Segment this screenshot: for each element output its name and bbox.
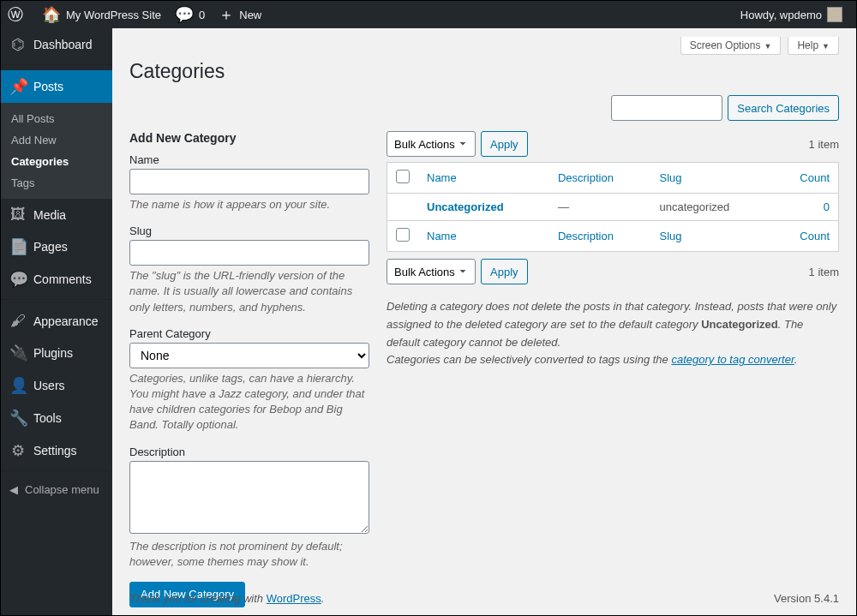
account-menu[interactable]: Howdy, wpdemo: [734, 1, 849, 28]
sidebar-item-pages[interactable]: 📄Pages: [1, 230, 112, 263]
comment-count: 0: [199, 9, 205, 21]
sidebar-item-tools[interactable]: 🔧Tools: [1, 402, 112, 434]
select-all-checkbox-bottom[interactable]: [396, 228, 410, 242]
sidebar-item-comments[interactable]: 💬Comments: [1, 263, 112, 296]
screen-options-tab[interactable]: Screen Options▼: [680, 37, 782, 55]
admin-toolbar: ⓦ 🏠My WordPress Site 💬0 ＋New Howdy, wpde…: [1, 1, 856, 28]
plugin-icon: 🔌: [9, 344, 27, 362]
comment-icon: 💬: [9, 270, 27, 289]
comment-icon: 💬: [175, 5, 194, 24]
bulk-actions-select-bottom[interactable]: Bulk Actions: [387, 259, 476, 284]
add-category-heading: Add New Category: [129, 131, 369, 145]
submenu-all-posts[interactable]: All Posts: [1, 108, 112, 129]
name-field[interactable]: [129, 169, 369, 194]
sidebar-item-label: Tools: [33, 411, 62, 425]
chevron-down-icon: ▼: [822, 42, 830, 51]
parent-hint: Categories, unlike tags, can have a hier…: [129, 371, 369, 434]
sidebar-item-label: Media: [33, 208, 66, 222]
site-title: My WordPress Site: [66, 9, 161, 21]
bulk-actions-select-top[interactable]: Bulk Actions: [387, 131, 476, 157]
dashboard-icon: ⌬: [9, 35, 27, 54]
select-all-checkbox-top[interactable]: [396, 170, 410, 183]
sidebar-item-plugins[interactable]: 🔌Plugins: [1, 337, 112, 369]
bulk-apply-button-top[interactable]: Apply: [481, 131, 528, 157]
row-description: —: [549, 194, 651, 221]
categories-table: Name Description Slug Count Uncategorize…: [387, 162, 839, 252]
site-name-menu[interactable]: 🏠My WordPress Site: [35, 1, 168, 28]
row-count-link[interactable]: 0: [824, 200, 830, 213]
admin-footer: Thank you for creating with WordPress. V…: [112, 582, 856, 615]
sidebar-item-media[interactable]: 🖼Media: [1, 199, 112, 230]
column-slug-header[interactable]: Slug: [651, 163, 773, 194]
sidebar-item-settings[interactable]: ⚙Settings: [1, 434, 112, 467]
help-tab[interactable]: Help▼: [788, 37, 839, 55]
new-content-menu[interactable]: ＋New: [212, 1, 268, 28]
submenu-tags[interactable]: Tags: [1, 172, 112, 194]
collapse-icon: ◀: [9, 483, 18, 496]
item-count-bottom: 1 item: [809, 266, 839, 278]
name-field-label: Name: [129, 153, 369, 166]
name-hint: The name is how it appears on your site.: [129, 197, 369, 212]
column-description-footer[interactable]: Description: [549, 221, 651, 252]
main-content: Screen Options▼ Help▼ Categories Search …: [112, 28, 856, 615]
wrench-icon: 🔧: [9, 409, 27, 428]
bulk-apply-button-bottom[interactable]: Apply: [481, 259, 528, 284]
new-label: New: [239, 9, 261, 21]
parent-category-select[interactable]: None: [129, 343, 369, 368]
plus-icon: ＋: [219, 4, 234, 25]
admin-sidebar: ⌬Dashboard 📌Posts All Posts Add New Cate…: [1, 28, 112, 615]
slug-hint: The "slug" is the URL-friendly version o…: [129, 268, 369, 315]
gear-icon: ⚙: [9, 441, 27, 460]
sidebar-item-label: Pages: [33, 240, 68, 254]
column-slug-footer[interactable]: Slug: [651, 221, 773, 252]
column-name-header[interactable]: Name: [418, 163, 549, 194]
sidebar-item-dashboard[interactable]: ⌬Dashboard: [1, 28, 112, 61]
wordpress-icon: ⓦ: [8, 4, 23, 25]
sidebar-item-label: Appearance: [33, 314, 99, 328]
brush-icon: 🖌: [9, 312, 27, 330]
search-categories-button[interactable]: Search Categories: [728, 95, 839, 121]
collapse-menu-button[interactable]: ◀Collapse menu: [1, 476, 112, 503]
description-field[interactable]: [129, 461, 369, 534]
home-icon: 🏠: [42, 5, 61, 24]
row-title-link[interactable]: Uncategorized: [427, 200, 504, 213]
sidebar-item-label: Users: [33, 379, 65, 392]
column-count-header[interactable]: Count: [772, 163, 838, 194]
media-icon: 🖼: [9, 206, 27, 224]
sidebar-item-label: Settings: [33, 444, 77, 458]
wp-logo-menu[interactable]: ⓦ: [1, 1, 35, 28]
column-description-header[interactable]: Description: [549, 163, 651, 194]
description-hint: The description is not prominent by defa…: [129, 539, 369, 570]
comments-menu[interactable]: 💬0: [168, 1, 212, 28]
row-slug: uncategorized: [651, 194, 773, 221]
avatar: [827, 7, 842, 22]
item-count-top: 1 item: [809, 138, 839, 151]
description-field-label: Description: [129, 446, 369, 458]
wp-version: Version 5.4.1: [774, 592, 839, 605]
posts-submenu: All Posts Add New Categories Tags: [1, 103, 112, 199]
sidebar-item-users[interactable]: 👤Users: [1, 369, 112, 402]
user-icon: 👤: [9, 376, 27, 395]
collapse-label: Collapse menu: [25, 483, 99, 496]
sidebar-item-label: Dashboard: [33, 38, 93, 51]
sidebar-item-appearance[interactable]: 🖌Appearance: [1, 305, 112, 337]
sidebar-item-label: Comments: [33, 272, 92, 286]
chevron-down-icon: ▼: [764, 42, 771, 51]
sidebar-item-label: Posts: [33, 80, 63, 93]
slug-field[interactable]: [129, 240, 369, 266]
submenu-add-new[interactable]: Add New: [1, 129, 112, 151]
slug-field-label: Slug: [129, 224, 369, 237]
page-icon: 📄: [9, 237, 27, 256]
howdy-text: Howdy, wpdemo: [740, 9, 822, 21]
category-note: Deleting a category does not delete the …: [387, 298, 839, 369]
page-title: Categories: [129, 60, 839, 83]
column-count-footer[interactable]: Count: [772, 221, 838, 252]
category-search-input[interactable]: [611, 95, 722, 121]
sidebar-item-label: Plugins: [33, 346, 73, 360]
sidebar-item-posts[interactable]: 📌Posts: [1, 70, 112, 103]
wordpress-org-link[interactable]: WordPress: [267, 592, 321, 605]
pin-icon: 📌: [9, 77, 27, 96]
submenu-categories[interactable]: Categories: [1, 151, 112, 172]
category-to-tag-link[interactable]: category to tag converter: [671, 353, 794, 366]
column-name-footer[interactable]: Name: [418, 221, 549, 252]
